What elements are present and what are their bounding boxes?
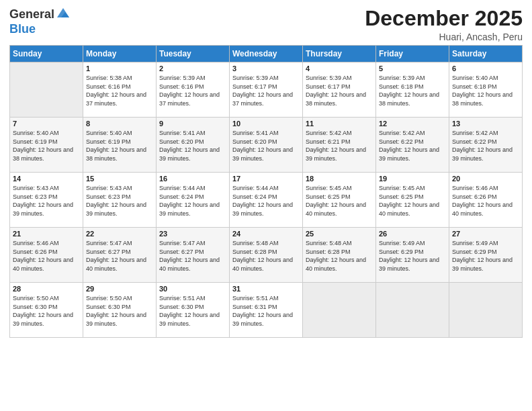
day-info: Sunrise: 5:43 AMSunset: 6:23 PMDaylight:… [86,184,153,218]
calendar-week-row: 28Sunrise: 5:50 AMSunset: 6:30 PMDayligh… [10,283,523,338]
day-info: Sunrise: 5:42 AMSunset: 6:22 PMDaylight:… [452,129,519,163]
col-saturday: Saturday [449,46,523,62]
table-row [449,283,523,338]
day-info: Sunrise: 5:43 AMSunset: 6:23 PMDaylight:… [13,184,80,218]
day-number: 7 [13,120,80,128]
day-number: 13 [452,120,519,128]
day-number: 11 [306,120,373,128]
table-row: 28Sunrise: 5:50 AMSunset: 6:30 PMDayligh… [10,283,83,338]
table-row: 2Sunrise: 5:39 AMSunset: 6:16 PMDaylight… [157,62,230,118]
day-info: Sunrise: 5:39 AMSunset: 6:17 PMDaylight:… [232,74,300,107]
table-row: 29Sunrise: 5:50 AMSunset: 6:30 PMDayligh… [83,283,157,338]
table-row: 18Sunrise: 5:45 AMSunset: 6:25 PMDayligh… [303,173,376,228]
day-info: Sunrise: 5:47 AMSunset: 6:27 PMDaylight:… [159,239,226,273]
table-row: 6Sunrise: 5:40 AMSunset: 6:18 PMDaylight… [449,62,523,118]
day-info: Sunrise: 5:42 AMSunset: 6:22 PMDaylight:… [379,129,446,163]
day-number: 9 [159,120,226,128]
day-info: Sunrise: 5:38 AMSunset: 6:16 PMDaylight:… [86,74,153,107]
day-number: 30 [159,285,226,293]
day-number: 23 [159,230,226,238]
table-row: 24Sunrise: 5:48 AMSunset: 6:28 PMDayligh… [230,228,303,283]
table-row: 5Sunrise: 5:39 AMSunset: 6:18 PMDaylight… [376,62,449,118]
calendar-week-row: 14Sunrise: 5:43 AMSunset: 6:23 PMDayligh… [10,173,523,228]
day-number: 21 [13,230,80,238]
table-row: 10Sunrise: 5:41 AMSunset: 6:20 PMDayligh… [230,118,303,173]
col-monday: Monday [83,46,157,62]
day-info: Sunrise: 5:51 AMSunset: 6:31 PMDaylight:… [232,294,300,328]
day-info: Sunrise: 5:50 AMSunset: 6:30 PMDaylight:… [13,294,80,328]
col-sunday: Sunday [10,46,83,62]
day-number: 14 [13,175,80,183]
day-number: 1 [86,64,153,73]
title-area: December 2025 Huari, Ancash, Peru [365,7,523,42]
table-row [376,283,449,338]
logo-general: General [9,8,54,21]
day-number: 12 [379,120,446,128]
table-row: 9Sunrise: 5:41 AMSunset: 6:20 PMDaylight… [157,118,230,173]
table-row: 25Sunrise: 5:48 AMSunset: 6:28 PMDayligh… [303,228,376,283]
day-info: Sunrise: 5:39 AMSunset: 6:17 PMDaylight:… [306,74,373,107]
calendar-week-row: 1Sunrise: 5:38 AMSunset: 6:16 PMDaylight… [10,62,523,118]
day-info: Sunrise: 5:42 AMSunset: 6:21 PMDaylight:… [306,129,373,163]
day-number: 16 [159,175,226,183]
day-info: Sunrise: 5:40 AMSunset: 6:19 PMDaylight:… [86,129,153,163]
day-info: Sunrise: 5:40 AMSunset: 6:19 PMDaylight:… [13,129,80,163]
table-row: 15Sunrise: 5:43 AMSunset: 6:23 PMDayligh… [83,173,157,228]
table-row: 31Sunrise: 5:51 AMSunset: 6:31 PMDayligh… [230,283,303,338]
col-tuesday: Tuesday [157,46,230,62]
day-number: 10 [232,120,300,128]
table-row: 3Sunrise: 5:39 AMSunset: 6:17 PMDaylight… [230,62,303,118]
logo-blue: Blue [9,22,36,36]
calendar-week-row: 21Sunrise: 5:46 AMSunset: 6:26 PMDayligh… [10,228,523,283]
day-info: Sunrise: 5:48 AMSunset: 6:28 PMDaylight:… [232,239,300,273]
day-number: 22 [86,230,153,238]
day-number: 31 [232,285,300,293]
day-info: Sunrise: 5:49 AMSunset: 6:29 PMDaylight:… [452,239,519,273]
day-info: Sunrise: 5:41 AMSunset: 6:20 PMDaylight:… [232,129,300,163]
day-number: 20 [452,175,519,183]
day-number: 24 [232,230,300,238]
day-number: 3 [232,64,300,73]
calendar-table: Sunday Monday Tuesday Wednesday Thursday… [9,45,523,338]
day-number: 2 [159,64,226,73]
calendar-week-row: 7Sunrise: 5:40 AMSunset: 6:19 PMDaylight… [10,118,523,173]
col-wednesday: Wednesday [230,46,303,62]
day-info: Sunrise: 5:41 AMSunset: 6:20 PMDaylight:… [159,129,226,163]
location: Huari, Ancash, Peru [365,32,523,42]
table-row: 27Sunrise: 5:49 AMSunset: 6:29 PMDayligh… [449,228,523,283]
day-info: Sunrise: 5:51 AMSunset: 6:30 PMDaylight:… [159,294,226,328]
day-number: 29 [86,285,153,293]
day-info: Sunrise: 5:46 AMSunset: 6:26 PMDaylight:… [452,184,519,218]
table-row: 1Sunrise: 5:38 AMSunset: 6:16 PMDaylight… [83,62,157,118]
day-number: 27 [452,230,519,238]
day-info: Sunrise: 5:50 AMSunset: 6:30 PMDaylight:… [86,294,153,328]
table-row: 16Sunrise: 5:44 AMSunset: 6:24 PMDayligh… [157,173,230,228]
day-number: 4 [306,64,373,73]
day-number: 28 [13,285,80,293]
day-info: Sunrise: 5:44 AMSunset: 6:24 PMDaylight:… [159,184,226,218]
table-row: 21Sunrise: 5:46 AMSunset: 6:26 PMDayligh… [10,228,83,283]
logo-icon [56,5,71,20]
table-row: 23Sunrise: 5:47 AMSunset: 6:27 PMDayligh… [157,228,230,283]
month-title: December 2025 [365,7,523,30]
day-number: 17 [232,175,300,183]
day-info: Sunrise: 5:49 AMSunset: 6:29 PMDaylight:… [379,239,446,273]
header-row: Sunday Monday Tuesday Wednesday Thursday… [10,46,523,62]
table-row: 19Sunrise: 5:45 AMSunset: 6:25 PMDayligh… [376,173,449,228]
day-number: 6 [452,64,519,73]
day-number: 26 [379,230,446,238]
day-number: 19 [379,175,446,183]
day-info: Sunrise: 5:44 AMSunset: 6:24 PMDaylight:… [232,184,300,218]
logo: General Blue [9,7,71,36]
table-row: 13Sunrise: 5:42 AMSunset: 6:22 PMDayligh… [449,118,523,173]
day-number: 25 [306,230,373,238]
table-row: 12Sunrise: 5:42 AMSunset: 6:22 PMDayligh… [376,118,449,173]
day-info: Sunrise: 5:45 AMSunset: 6:25 PMDaylight:… [306,184,373,218]
col-thursday: Thursday [303,46,376,62]
table-row: 8Sunrise: 5:40 AMSunset: 6:19 PMDaylight… [83,118,157,173]
table-row: 14Sunrise: 5:43 AMSunset: 6:23 PMDayligh… [10,173,83,228]
day-number: 8 [86,120,153,128]
page-container: General Blue December 2025 Huari, Ancash… [0,0,532,345]
table-row [303,283,376,338]
table-row: 17Sunrise: 5:44 AMSunset: 6:24 PMDayligh… [230,173,303,228]
